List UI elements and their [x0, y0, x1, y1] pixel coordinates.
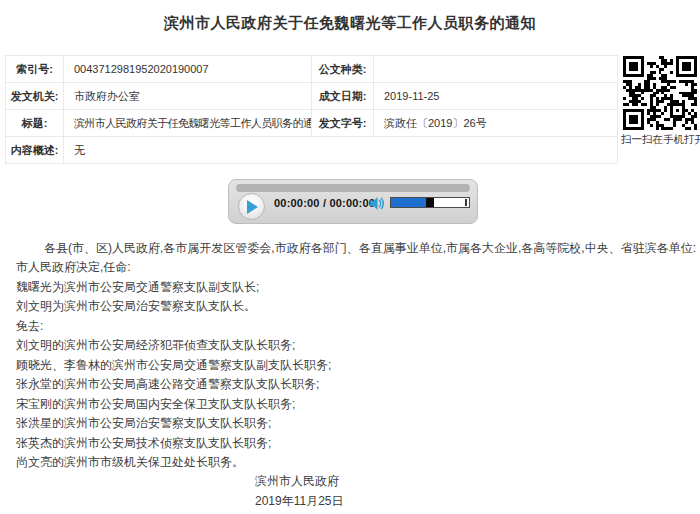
- body-line: 魏曙光为滨州市公安局交通警察支队副支队长;: [16, 278, 692, 297]
- body-line: 免去:: [16, 317, 692, 336]
- meta-value-issuing-org: 市政府办公室: [64, 83, 312, 110]
- volume-fill: [391, 198, 426, 207]
- body-line: 张英杰的滨州市公安局技术侦察支队支队长职务;: [16, 434, 692, 453]
- audio-player: 00:00:00 / 00:00:00: [228, 179, 478, 224]
- meta-row-3: 标题: 滨州市人民政府关于任免魏曙光等工作人员职务的通知 发文字号: 滨政任〔2…: [6, 110, 618, 137]
- body-line: 顾晓光、李鲁林的滨州市公安局交通警察支队副支队长职务;: [16, 356, 692, 375]
- meta-row-1: 索引号: 0043712981952020190007 公文种类:: [6, 56, 618, 83]
- body-line: 市人民政府决定,任命:: [16, 258, 692, 277]
- body-line: 张洪星的滨州市公安局治安警察支队支队长职务;: [16, 414, 692, 433]
- meta-label-issuing-org: 发文机关:: [6, 83, 64, 110]
- meta-value-index-no: 0043712981952020190007: [64, 56, 312, 83]
- time-display: 00:00:00 / 00:00:00: [274, 197, 375, 209]
- meta-label-doc-type: 公文种类:: [312, 56, 374, 83]
- meta-label-summary: 内容概述:: [6, 137, 64, 164]
- qr-caption: 扫一扫在手机打开: [621, 133, 699, 147]
- speaker-icon[interactable]: [370, 197, 385, 210]
- play-button[interactable]: [238, 193, 265, 220]
- volume-handle[interactable]: [426, 198, 434, 207]
- meta-value-summary: 无: [64, 137, 618, 164]
- meta-value-issue-date: 2019-11-25: [374, 83, 618, 110]
- body-line: 各县(市、区)人民政府,各市属开发区管委会,市政府各部门、各直属事业单位,市属各…: [16, 239, 692, 258]
- signature-date: 2019年11月25日: [16, 492, 692, 511]
- qr-code-block: 扫一扫在手机打开: [621, 56, 699, 147]
- meta-label-index-no: 索引号:: [6, 56, 64, 83]
- qr-code-image: [623, 56, 697, 130]
- meta-row-4: 内容概述: 无: [6, 137, 618, 164]
- meta-value-doc-no: 滨政任〔2019〕26号: [374, 110, 618, 137]
- seek-bar[interactable]: [236, 184, 470, 192]
- meta-value-doc-type: [374, 56, 618, 83]
- page-title: 滨州市人民政府关于任免魏曙光等工作人员职务的通知: [0, 14, 700, 33]
- meta-label-title: 标题:: [6, 110, 64, 137]
- meta-row-2: 发文机关: 市政府办公室 成文日期: 2019-11-25: [6, 83, 618, 110]
- volume-slider[interactable]: [390, 197, 470, 208]
- play-icon: [247, 200, 258, 214]
- document-meta-table: 索引号: 0043712981952020190007 公文种类: 发文机关: …: [5, 55, 618, 164]
- body-line: 刘文明为滨州市公安局治安警察支队支队长。: [16, 297, 692, 316]
- document-body: 各县(市、区)人民政府,各市属开发区管委会,市政府各部门、各直属事业单位,市属各…: [16, 239, 692, 511]
- body-line: 张永堂的滨州市公安局高速公路交通警察支队支队长职务;: [16, 375, 692, 394]
- signature: 滨州市人民政府: [16, 472, 692, 491]
- volume-endcap: [465, 199, 467, 206]
- body-line: 宋宝刚的滨州市公安局国内安全保卫支队支队长职务;: [16, 395, 692, 414]
- meta-label-issue-date: 成文日期:: [312, 83, 374, 110]
- meta-label-doc-no: 发文字号:: [312, 110, 374, 137]
- body-line: 尚文亮的滨州市市级机关保卫处处长职务。: [16, 453, 692, 472]
- body-line: 刘文明的滨州市公安局经济犯罪侦查支队支队长职务;: [16, 336, 692, 355]
- meta-value-title: 滨州市人民政府关于任免魏曙光等工作人员职务的通知: [64, 110, 312, 137]
